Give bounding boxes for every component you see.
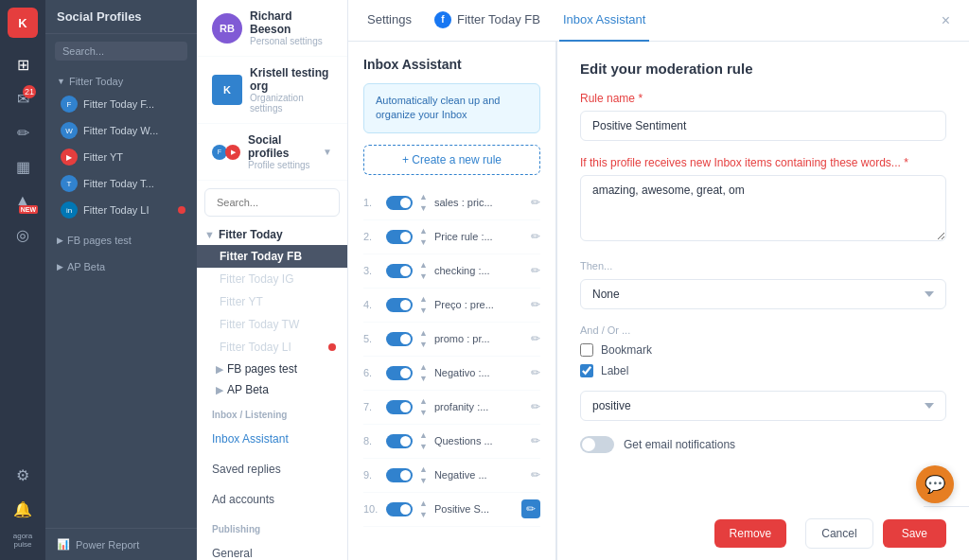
tab-inbox-assistant[interactable]: Inbox Assistant (559, 0, 649, 42)
condition-textarea[interactable]: amazing, awesome, great, om (580, 175, 946, 241)
rule-up-arrow-9[interactable]: ▲ (418, 464, 429, 475)
rule-down-arrow-1[interactable]: ▼ (418, 203, 429, 214)
nav-publishing-general[interactable]: General (197, 538, 347, 560)
remove-button[interactable]: Remove (714, 519, 787, 548)
rule-down-arrow-8[interactable]: ▼ (418, 442, 429, 452)
richard-profile-row[interactable]: RB Richard Beeson Personal settings (197, 0, 347, 57)
rule-down-arrow-3[interactable]: ▼ (418, 271, 429, 282)
calendar-nav-icon[interactable]: ▦ (8, 151, 38, 182)
rule-up-arrow-2[interactable]: ▲ (418, 226, 429, 236)
rule-down-arrow-9[interactable]: ▼ (418, 476, 429, 486)
bookmark-checkbox-label[interactable]: Bookmark (601, 343, 652, 357)
rule-up-arrow-6[interactable]: ▲ (418, 362, 429, 373)
ap-beta-settings-toggle[interactable]: ▶ AP Beta (204, 379, 347, 400)
rule-down-arrow-7[interactable]: ▼ (418, 408, 429, 418)
rule-up-arrow-10[interactable]: ▲ (418, 499, 429, 509)
rule-edit-icon-10[interactable]: ✏ (521, 499, 540, 518)
email-notif-toggle[interactable] (580, 436, 614, 453)
ap-chevron-icon: ▶ (57, 262, 63, 271)
create-rule-button[interactable]: + Create a new rule (363, 145, 540, 175)
tab-settings[interactable]: Settings (363, 0, 415, 42)
close-button[interactable]: × (938, 9, 954, 33)
compose-nav-icon[interactable]: ✏ (8, 117, 38, 148)
bookmark-checkbox[interactable] (580, 343, 593, 357)
settings-nav-icon[interactable]: ⚙ (8, 460, 38, 490)
rule-up-arrow-3[interactable]: ▲ (418, 260, 429, 271)
rule-up-arrow-7[interactable]: ▲ (418, 396, 429, 407)
main-header: Settings f Fitter Today FB Inbox Assista… (348, 0, 969, 42)
label-checkbox[interactable] (580, 364, 593, 377)
rule-up-arrow-5[interactable]: ▲ (418, 328, 429, 339)
social-item-fitter-today-f[interactable]: F Fitter Today F... (45, 91, 197, 117)
fitter-today-group-toggle[interactable]: ▼ Fitter Today (45, 72, 197, 91)
sidebar-item-fitter-yt[interactable]: Fitter YT (197, 290, 347, 313)
cancel-button[interactable]: Cancel (805, 518, 872, 549)
fitter-today-settings-toggle[interactable]: ▼ Fitter Today (197, 224, 347, 245)
rule-toggle-10[interactable] (386, 502, 413, 516)
rule-up-arrow-1[interactable]: ▲ (418, 192, 429, 202)
nav-saved-replies[interactable]: Saved replies (197, 454, 347, 484)
sidebar-item-fitter-today-ig[interactable]: Fitter Today IG (197, 268, 347, 290)
listen-nav-icon[interactable]: ◎ (8, 219, 38, 250)
rule-down-arrow-10[interactable]: ▼ (418, 510, 429, 520)
rule-toggle-8[interactable] (386, 434, 413, 448)
rule-up-arrow-4[interactable]: ▲ (418, 294, 429, 305)
social-search-input[interactable] (55, 42, 187, 61)
social-item-fitter-today-w[interactable]: W Fitter Today W... (45, 117, 197, 144)
rule-toggle-6[interactable] (386, 366, 413, 380)
inbox-nav-icon[interactable]: ✉ 21 (8, 83, 38, 114)
sidebar-item-fitter-today-tw[interactable]: Fitter Today TW (197, 313, 347, 336)
social-profiles-row[interactable]: F ▶ Social profiles Profile settings ▼ (197, 124, 347, 181)
rule-name-input[interactable] (580, 111, 946, 141)
rule-down-arrow-2[interactable]: ▼ (418, 237, 429, 248)
rule-toggle-3[interactable] (386, 264, 413, 278)
kristell-profile-row[interactable]: K Kristell testing org Organization sett… (197, 57, 347, 124)
rule-down-arrow-4[interactable]: ▼ (418, 306, 429, 316)
rule-edit-icon-8[interactable]: ✏ (531, 434, 540, 447)
chat-bubble[interactable]: 💬 (916, 465, 954, 503)
rule-edit-icon-2[interactable]: ✏ (531, 230, 540, 243)
power-report-link[interactable]: 📊 Power Report (45, 528, 197, 560)
user-avatar[interactable]: K (8, 8, 38, 38)
social-item-fitter-yt[interactable]: ▶ Fitter YT (45, 144, 197, 170)
tab-fitter-today-fb[interactable]: f Fitter Today FB (431, 0, 544, 42)
rule-edit-icon-4[interactable]: ✏ (531, 298, 540, 311)
rule-edit-icon-7[interactable]: ✏ (531, 400, 540, 413)
nav-inbox-assistant[interactable]: Inbox Assistant (197, 424, 347, 454)
save-button[interactable]: Save (883, 519, 946, 548)
chart-nav-icon[interactable]: ▲ NEW (8, 185, 38, 216)
rule-toggle-1[interactable] (386, 196, 413, 210)
home-nav-icon[interactable]: ⊞ (8, 49, 38, 79)
nav-ad-accounts[interactable]: Ad accounts (197, 484, 347, 515)
label-select[interactable]: positive negative neutral (580, 391, 946, 421)
sidebar-item-fitter-today-li[interactable]: Fitter Today LI (197, 336, 347, 359)
rule-edit-icon-3[interactable]: ✏ (531, 264, 540, 277)
publishing-section-label: Publishing (197, 515, 347, 538)
sidebar-item-fitter-today-fb[interactable]: Fitter Today FB (197, 245, 347, 268)
richard-sub: Personal settings (250, 36, 332, 46)
rule-edit-icon-9[interactable]: ✏ (531, 468, 540, 481)
rule-toggle-4[interactable] (386, 298, 413, 312)
social-item-fitter-today-t[interactable]: T Fitter Today T... (45, 170, 197, 197)
social-item-fitter-today-li[interactable]: in Fitter Today LI (45, 197, 197, 223)
rule-down-arrow-6[interactable]: ▼ (418, 374, 429, 384)
ap-beta-toggle[interactable]: ▶ AP Beta (45, 257, 197, 276)
rule-down-arrow-5[interactable]: ▼ (418, 340, 429, 350)
rule-toggle-7[interactable] (386, 400, 413, 414)
then-select[interactable]: None Archive Label Bookmark (580, 279, 946, 309)
rule-toggle-9[interactable] (386, 468, 413, 482)
rule-name-5: promo : pr... (434, 333, 525, 344)
rule-edit-icon-1[interactable]: ✏ (531, 196, 540, 209)
settings-search-input[interactable] (204, 188, 340, 217)
rule-up-arrow-8[interactable]: ▲ (418, 430, 429, 441)
and-or-group: And / Or ... Bookmark Label positive neg… (580, 324, 946, 421)
fb-pages-test-settings-toggle[interactable]: ▶ FB pages test (204, 359, 347, 379)
kristell-name: Kristell testing org (250, 66, 332, 93)
rule-edit-icon-5[interactable]: ✏ (531, 332, 540, 345)
rule-toggle-5[interactable] (386, 332, 413, 346)
rule-toggle-2[interactable] (386, 230, 413, 244)
label-checkbox-label[interactable]: Label (601, 364, 628, 377)
fb-pages-test-toggle[interactable]: ▶ FB pages test (45, 231, 197, 250)
notification-nav-icon[interactable]: 🔔 (8, 494, 38, 524)
rule-edit-icon-6[interactable]: ✏ (531, 366, 540, 379)
